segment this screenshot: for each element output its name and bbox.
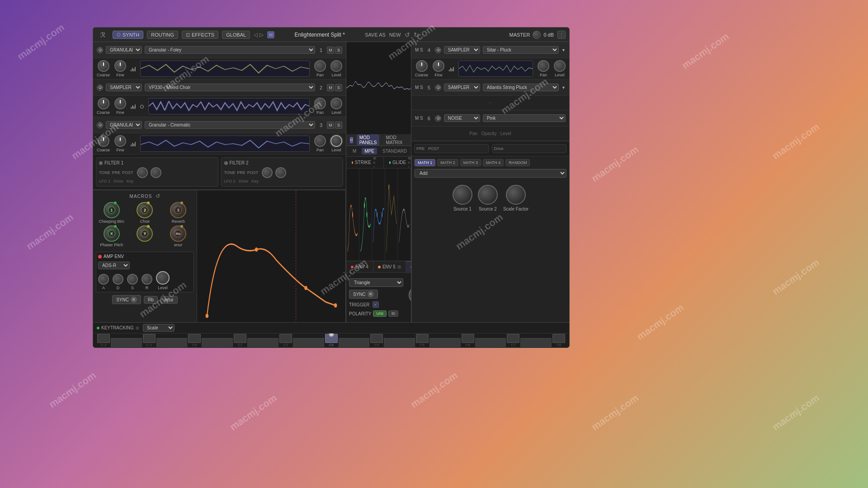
right-name-5[interactable]: Atlantis String Pluck	[483, 84, 559, 91]
master-knob[interactable]	[533, 31, 541, 39]
piano-key-c2[interactable]	[279, 334, 292, 343]
macros-refresh[interactable]: ↺	[156, 193, 160, 199]
new-button[interactable]: NEW	[389, 32, 401, 38]
power-btn-3[interactable]: ⏻	[97, 122, 103, 128]
sync-x-btn[interactable]: ✕	[131, 296, 137, 303]
math-source2-knob[interactable]	[478, 185, 498, 205]
loop-btn-2[interactable]	[140, 105, 144, 108]
coarse-knob-2[interactable]	[98, 98, 109, 109]
eq-icon-1[interactable]	[131, 66, 136, 71]
lfo-sync-x[interactable]: ✕	[368, 291, 374, 297]
decay-knob[interactable]	[113, 274, 123, 285]
level-knob-3[interactable]	[330, 135, 342, 147]
lfo-sync-btn[interactable]: SYNC ✕	[349, 290, 378, 299]
macro-knob-rb[interactable]: Rb	[170, 225, 186, 242]
right-type-6[interactable]: NOISE	[444, 114, 480, 122]
fine-knob-2[interactable]	[114, 98, 126, 109]
piano-key-c6[interactable]	[462, 334, 474, 343]
uni-btn[interactable]: UNI	[373, 310, 387, 317]
coarse-knob-1[interactable]	[98, 60, 109, 72]
math-tab-3[interactable]: MATH 3	[460, 159, 481, 166]
inst-name-2[interactable]: VP330 - Mixed Choir	[145, 84, 315, 91]
trigger-checkbox[interactable]: ✓	[373, 301, 379, 308]
mute-btn-2[interactable]: M	[327, 84, 334, 91]
env-level-knob[interactable]	[156, 271, 170, 285]
right-power-5[interactable]: ⏻	[435, 84, 441, 91]
piano-key-c3-active[interactable]	[325, 334, 338, 343]
adsr-type-select[interactable]: ADS-R	[98, 262, 130, 269]
save-button[interactable]: SAVE AS	[365, 32, 386, 38]
inst-name-1[interactable]: Granular - Foley	[145, 46, 315, 54]
inst-type-2[interactable]: SAMPLER	[106, 84, 142, 91]
tab-synth[interactable]: ⬡ SYNTH	[113, 31, 143, 39]
mod-matrix-tab[interactable]: MOD MATRIX	[383, 134, 405, 146]
inst-type-3[interactable]: GRANULAR	[106, 121, 142, 129]
inst-type-1[interactable]: GRANULAR	[106, 46, 142, 54]
tab-env4[interactable]: ENV 4	[346, 261, 373, 272]
eq-icon-3[interactable]	[131, 141, 136, 146]
power-btn-2[interactable]: ⏻	[97, 84, 103, 91]
macro-knob-3[interactable]: 3	[170, 202, 186, 218]
piano-key-c8[interactable]	[552, 334, 565, 343]
mod-panels-tab[interactable]: MOD PANELS	[357, 134, 380, 146]
signal-strike[interactable]: STRIKE ⊕ ≡ ↕	[346, 157, 384, 168]
math-tab-random[interactable]: RANDOM	[505, 159, 530, 166]
math-function-select[interactable]: Add Multiply Min Max	[415, 169, 566, 178]
right-power-4[interactable]: ⏻	[435, 47, 441, 53]
pan-knob-2[interactable]	[314, 98, 326, 109]
level-knob-2[interactable]	[330, 98, 342, 109]
lfo-wave-select[interactable]: Triangle Sine Square Saw	[349, 278, 403, 287]
right-name-4[interactable]: Sitar - Pluck	[483, 46, 559, 54]
piano-key-c0[interactable]	[188, 334, 201, 343]
right-coarse-knob-4[interactable]	[416, 60, 428, 72]
piano-key-c5[interactable]	[416, 334, 429, 343]
pan-knob-1[interactable]	[314, 60, 326, 72]
piano-key-c4[interactable]	[370, 334, 383, 343]
solo-btn-3[interactable]: S	[335, 122, 342, 129]
right-name-6[interactable]: Pink	[483, 114, 566, 122]
tab-routing[interactable]: ROUTING	[147, 31, 178, 39]
scale-select[interactable]: Scale	[143, 324, 175, 332]
lfo-fade-knob[interactable]	[409, 286, 411, 304]
mute-btn-3[interactable]: M	[327, 122, 334, 129]
math-tab-4[interactable]: MATH 4	[483, 159, 504, 166]
macro-knob-x[interactable]: X	[104, 225, 120, 242]
piano-key-c-2[interactable]	[97, 334, 110, 343]
math-tab-1[interactable]: MATH 1	[415, 159, 435, 166]
sync-button[interactable]: SYNC ✕	[112, 295, 141, 304]
piano-key-c1[interactable]	[234, 334, 246, 343]
env5-icon[interactable]: ⊞	[397, 264, 401, 269]
filter1-knob2[interactable]	[151, 167, 161, 178]
fine-knob-1[interactable]	[114, 60, 126, 72]
tab-lfo1[interactable]: LFO 1	[406, 261, 411, 272]
right-level-knob-4[interactable]	[554, 60, 566, 72]
filter2-knob1[interactable]	[262, 167, 273, 178]
tab-env5[interactable]: ENV 5 ⊞	[373, 261, 406, 272]
right-power-6[interactable]: ⏻	[435, 115, 441, 122]
tab-global[interactable]: GLOBAL	[222, 31, 250, 39]
fine-knob-3[interactable]	[114, 135, 126, 147]
attack-knob[interactable]	[98, 274, 109, 285]
right-eq-icon-4[interactable]	[449, 66, 454, 71]
redo-button[interactable]: ↻	[414, 31, 419, 38]
signal-glide[interactable]: GLIDE ⊕ ≡ ↕	[384, 157, 411, 168]
inst-name-3[interactable]: Granular - Cinematic	[145, 121, 315, 129]
tab-mpe[interactable]: MPE	[362, 148, 377, 155]
filter2-knob2[interactable]	[275, 167, 286, 178]
piano-key-c-1[interactable]	[143, 334, 156, 343]
solo-btn-1[interactable]: S	[335, 47, 342, 54]
eq-icon-2[interactable]	[131, 103, 136, 109]
mute-btn-1[interactable]: M	[327, 47, 334, 54]
macro-knob-1[interactable]: 1	[104, 202, 120, 218]
filter1-knob1[interactable]	[137, 167, 148, 178]
tab-effects[interactable]: ◫ EFFECTS	[182, 31, 218, 39]
right-pan-knob-4[interactable]	[538, 60, 549, 72]
enur-button[interactable]: enur	[160, 296, 178, 304]
coarse-knob-3[interactable]	[98, 135, 109, 147]
settings-button[interactable]: ⋮	[557, 31, 566, 39]
right-type-4[interactable]: SAMPLER	[444, 46, 480, 54]
right-fine-knob-4[interactable]	[433, 60, 444, 72]
sustain-knob[interactable]	[127, 274, 138, 285]
piano-key-c7[interactable]	[507, 334, 519, 343]
level-knob-1[interactable]	[330, 60, 342, 72]
